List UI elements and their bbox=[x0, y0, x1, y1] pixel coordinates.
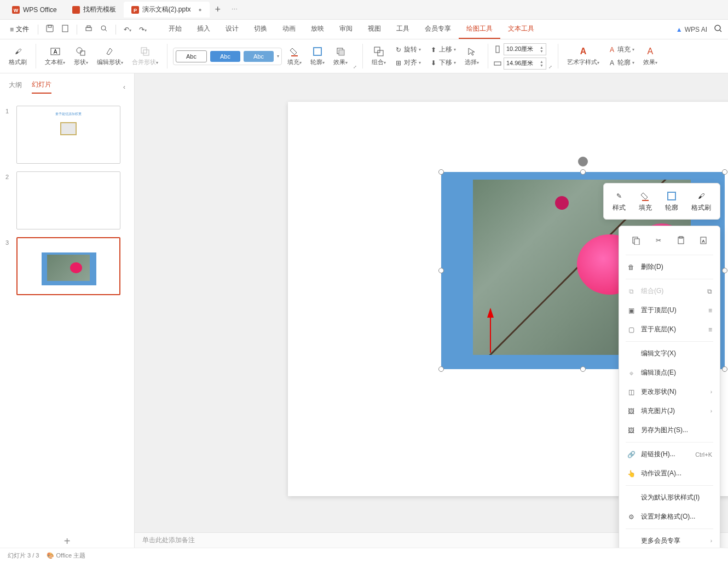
new-button[interactable] bbox=[58, 22, 72, 36]
sel-handle-s[interactable] bbox=[580, 366, 586, 372]
menu-tab-text[interactable]: 文本工具 bbox=[500, 20, 542, 39]
style-blue[interactable]: Abc bbox=[210, 51, 240, 62]
ctx-more-vip[interactable]: 更多会员专享› bbox=[619, 531, 720, 548]
sel-handle-w[interactable] bbox=[438, 268, 444, 273]
tab-document[interactable]: P 演示文稿(2).pptx ● bbox=[124, 2, 210, 18]
tab-add-button[interactable]: + bbox=[210, 4, 227, 15]
svg-rect-7 bbox=[62, 25, 68, 32]
svg-rect-25 bbox=[378, 50, 383, 56]
label: 旋转 bbox=[404, 45, 417, 54]
ctx-save-as-picture[interactable]: 🖼另存为图片(S)... bbox=[619, 421, 720, 440]
ctx-default-shape[interactable]: 设为默认形状样式(I) bbox=[619, 488, 720, 507]
menu-tab-animation[interactable]: 动画 bbox=[275, 20, 303, 39]
format-icon: ⚙ bbox=[627, 513, 635, 521]
ctx-action-settings[interactable]: 👆动作设置(A)... bbox=[619, 464, 720, 483]
group-button[interactable]: 组合▾ bbox=[368, 44, 389, 68]
rotate-handle[interactable] bbox=[578, 157, 588, 166]
float-painter-button[interactable]: 🖌格式刷 bbox=[687, 188, 715, 215]
menu-tab-design[interactable]: 设计 bbox=[218, 20, 246, 39]
ctx-fill-picture[interactable]: 🖼填充图片(J)› bbox=[619, 401, 720, 421]
tab-overflow-button[interactable]: ⋯ bbox=[226, 6, 243, 13]
slide-thumb-1[interactable]: 量子能优源加权重 bbox=[16, 106, 120, 164]
save-button[interactable] bbox=[43, 22, 57, 36]
ctx-format-object[interactable]: ⚙设置对象格式(O)... bbox=[619, 507, 720, 526]
edit-shape-button[interactable]: 编辑形状▾ bbox=[94, 44, 126, 68]
style-blue2[interactable]: Abc bbox=[244, 51, 274, 62]
ctx-delete[interactable]: 🗑删除(D) bbox=[619, 257, 720, 277]
ctx-change-shape[interactable]: ◫更改形状(N)› bbox=[619, 382, 720, 401]
sel-handle-n[interactable] bbox=[580, 169, 586, 175]
file-menu[interactable]: ≡文件 bbox=[5, 22, 33, 36]
effect-button[interactable]: 效果▾ bbox=[330, 44, 351, 68]
float-style-button[interactable]: ✎样式 bbox=[608, 188, 630, 215]
width-input[interactable]: 14.96厘米▲▼ bbox=[504, 58, 546, 70]
move-down-button[interactable]: ⬇下移▾ bbox=[426, 56, 459, 70]
text-effect-button[interactable]: A效果▾ bbox=[640, 44, 661, 68]
outline-button[interactable]: 轮廓▾ bbox=[307, 44, 328, 68]
text-outline-button[interactable]: A轮廓▾ bbox=[605, 56, 638, 70]
menu-tab-vip[interactable]: 会员专享 bbox=[417, 20, 459, 39]
menu-tab-drawing[interactable]: 绘图工具 bbox=[459, 20, 500, 39]
float-outline-button[interactable]: 轮廓 bbox=[661, 188, 683, 215]
slide-thumb-2[interactable] bbox=[16, 171, 120, 229]
side-tab-slides[interactable]: 幻灯片 bbox=[32, 80, 51, 94]
tab-wps-home[interactable]: W WPS Office bbox=[4, 3, 65, 17]
sel-handle-sw[interactable] bbox=[438, 366, 444, 372]
ctx-paste-button[interactable] bbox=[674, 234, 687, 247]
gallery-expand-icon[interactable]: ▾ bbox=[277, 54, 279, 59]
wordart-button[interactable]: A艺术字样式▾ bbox=[564, 44, 603, 68]
sel-handle-ne[interactable] bbox=[722, 169, 727, 175]
search-button[interactable] bbox=[714, 24, 723, 35]
select-button[interactable]: 选择▾ bbox=[461, 44, 482, 68]
label: 置于顶层(U) bbox=[641, 306, 677, 315]
menu-tab-start[interactable]: 开始 bbox=[161, 20, 189, 39]
ctx-paste-text-button[interactable]: A bbox=[697, 234, 710, 247]
sel-handle-nw[interactable] bbox=[438, 169, 444, 175]
label: 合并形状▾ bbox=[132, 58, 158, 66]
format-pane-launcher[interactable]: ⤢ bbox=[353, 65, 357, 70]
chevron-right-icon: › bbox=[710, 389, 712, 395]
height-input[interactable]: 10.20厘米▲▼ bbox=[504, 43, 546, 55]
move-up-button[interactable]: ⬆上移▾ bbox=[426, 43, 459, 56]
ctx-send-back[interactable]: ▢置于底层(K)≡ bbox=[619, 320, 720, 339]
menu-tab-slideshow[interactable]: 放映 bbox=[303, 20, 332, 39]
wps-ai-button[interactable]: ▲WPS AI bbox=[676, 26, 707, 33]
ctx-edit-points[interactable]: ⟐编辑顶点(E) bbox=[619, 363, 720, 382]
align-button[interactable]: ⊞对齐▾ bbox=[391, 56, 424, 70]
ctx-edit-text[interactable]: 编辑文字(X) bbox=[619, 344, 720, 363]
menu-tab-tools[interactable]: 工具 bbox=[389, 20, 417, 39]
menu-tab-insert[interactable]: 插入 bbox=[189, 20, 218, 39]
float-fill-button[interactable]: 填充 bbox=[634, 188, 656, 215]
ctx-copy-button[interactable] bbox=[629, 234, 643, 247]
size-launcher[interactable]: ⤢ bbox=[548, 65, 552, 70]
textbox-button[interactable]: A文本框▾ bbox=[42, 44, 68, 68]
text-effect-icon: A bbox=[645, 46, 656, 57]
shape-styles-gallery[interactable]: Abc Abc Abc ▾ bbox=[173, 48, 282, 65]
side-tab-outline[interactable]: 大纲 bbox=[9, 81, 22, 93]
text-fill-button[interactable]: A填充▾ bbox=[605, 43, 638, 56]
rotate-button[interactable]: ↻旋转▾ bbox=[391, 43, 424, 56]
redo-button[interactable]: ↷▾ bbox=[136, 24, 150, 36]
ctx-hyperlink[interactable]: 🔗超链接(H)...Ctrl+K bbox=[619, 445, 720, 464]
image-icon: 🖼 bbox=[627, 407, 635, 416]
menu-tab-view[interactable]: 视图 bbox=[360, 20, 389, 39]
shapes-button[interactable]: 形状▾ bbox=[71, 44, 91, 68]
undo-button[interactable]: ↶▾ bbox=[120, 24, 135, 36]
canvas-area[interactable]: ✎样式 填充 轮廓 🖌格式刷 ✂ A 🗑删除(D) ⧉组合(G)⧉ ▣置于顶层(… bbox=[135, 73, 728, 548]
ctx-cut-button[interactable]: ✂ bbox=[652, 234, 665, 247]
sel-handle-e[interactable] bbox=[722, 268, 727, 273]
print-button[interactable] bbox=[82, 22, 96, 36]
sel-handle-se[interactable] bbox=[722, 366, 727, 372]
text-fill-icon: A bbox=[608, 46, 616, 54]
menu-tab-transition[interactable]: 切换 bbox=[246, 20, 275, 39]
fill-button[interactable]: 填充▾ bbox=[284, 44, 305, 68]
preview-button[interactable] bbox=[97, 22, 111, 36]
tab-template[interactable]: 找稻壳模板 bbox=[65, 2, 124, 18]
style-outline[interactable]: Abc bbox=[176, 50, 207, 62]
slide-thumb-3[interactable] bbox=[16, 237, 120, 295]
menu-tab-review[interactable]: 审阅 bbox=[332, 20, 360, 39]
format-painter-button[interactable]: 🖌格式刷 bbox=[5, 44, 30, 68]
collapse-panel-button[interactable]: ‹ bbox=[123, 83, 125, 91]
add-slide-button[interactable]: + bbox=[0, 535, 134, 548]
ctx-bring-front[interactable]: ▣置于顶层(U)≡ bbox=[619, 301, 720, 320]
